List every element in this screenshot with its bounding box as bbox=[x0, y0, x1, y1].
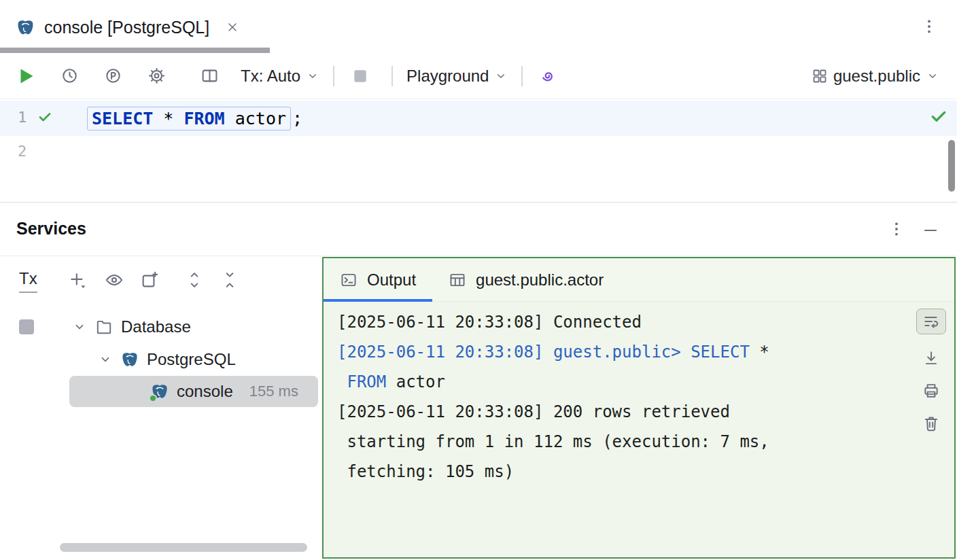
eye-icon bbox=[105, 270, 124, 290]
stop-icon bbox=[351, 67, 369, 85]
duplicate-plus-icon bbox=[140, 270, 159, 290]
output-log-line: [2025-06-11 20:33:08] Connected bbox=[337, 307, 909, 337]
tx-mode-dropdown[interactable]: Tx: Auto bbox=[241, 67, 319, 86]
play-icon bbox=[16, 66, 36, 86]
plus-icon bbox=[68, 270, 87, 290]
run-button[interactable] bbox=[14, 64, 38, 88]
history-button[interactable] bbox=[57, 64, 82, 88]
execution-success-icon bbox=[928, 106, 949, 126]
schema-label: guest.public bbox=[833, 67, 920, 86]
services-title: Services bbox=[16, 219, 86, 239]
folder-icon bbox=[95, 318, 113, 336]
tree-item-label: PostgreSQL bbox=[147, 350, 236, 369]
tab-result-grid[interactable]: guest.public.actor bbox=[432, 258, 620, 301]
collapse-all-icon bbox=[221, 271, 239, 289]
scroll-to-end-button[interactable] bbox=[922, 349, 940, 367]
editor-tab-bar: console [PostgreSQL] bbox=[0, 0, 957, 53]
sql-editor[interactable]: 1 2 SELECT * FROM actor; bbox=[0, 99, 957, 202]
toolbar-separator bbox=[521, 66, 523, 86]
console-selector-dropdown[interactable]: Playground bbox=[406, 67, 508, 86]
services-tree-panel: Tx bbox=[0, 257, 322, 560]
tree-horizontal-scrollbar[interactable] bbox=[60, 543, 307, 552]
gear-icon bbox=[147, 67, 166, 85]
services-options-kebab-icon[interactable] bbox=[888, 220, 905, 238]
minimize-icon[interactable] bbox=[922, 222, 939, 239]
expand-all-icon bbox=[186, 271, 203, 289]
console-output-log: [2025-06-11 20:33:08] Connected[2025-06-… bbox=[337, 307, 909, 553]
console-selector-label: Playground bbox=[406, 67, 489, 86]
tree-row-database[interactable]: Database bbox=[0, 311, 318, 343]
tree-item-label: console bbox=[177, 382, 233, 401]
output-log-line: starting from 1 in 112 ms (execution: 7 … bbox=[337, 427, 909, 457]
toolbar-separator bbox=[333, 66, 334, 86]
expand-all-button[interactable] bbox=[182, 268, 207, 292]
soft-wrap-button[interactable] bbox=[916, 309, 946, 334]
output-log-line: [2025-06-11 20:33:08] guest.public> SELE… bbox=[337, 337, 909, 367]
chevron-down-icon bbox=[306, 69, 319, 83]
duration-badge: 155 ms bbox=[249, 383, 298, 400]
session-button[interactable] bbox=[536, 64, 561, 88]
connected-dot bbox=[149, 394, 157, 402]
line-number: 2 bbox=[18, 143, 27, 160]
tab-label: Output bbox=[367, 270, 416, 290]
output-side-toolbar bbox=[914, 309, 949, 432]
schema-icon bbox=[812, 68, 828, 84]
executed-statement-box: SELECT * FROM actor bbox=[87, 107, 291, 130]
line-number: 1 bbox=[18, 109, 27, 126]
clear-output-button[interactable] bbox=[922, 415, 940, 432]
postgresql-icon bbox=[16, 18, 35, 37]
layout-icon bbox=[201, 67, 219, 85]
editor-code-line[interactable]: SELECT * FROM actor; bbox=[87, 101, 302, 136]
editor-tab-console[interactable]: console [PostgreSQL] bbox=[16, 14, 239, 41]
output-tab-bar: Output guest.public.actor bbox=[324, 258, 954, 302]
toolbar-separator bbox=[392, 66, 393, 86]
kebab-menu-icon[interactable] bbox=[920, 18, 938, 35]
console-toolbar: Tx: Auto Playground guest.public bbox=[0, 53, 957, 99]
close-icon[interactable] bbox=[226, 20, 239, 34]
statement-success-icon bbox=[37, 109, 53, 125]
tab-bar-scrollbar[interactable] bbox=[0, 48, 270, 53]
new-console-button[interactable] bbox=[137, 268, 162, 292]
preview-button[interactable] bbox=[102, 268, 126, 292]
trash-icon bbox=[922, 415, 940, 432]
output-log-line: fetching: 105 ms) bbox=[337, 457, 909, 487]
code-text: ; bbox=[292, 109, 302, 128]
session-spiral-icon bbox=[539, 67, 558, 86]
tab-output[interactable]: Output bbox=[324, 258, 432, 301]
editor-scrollbar[interactable] bbox=[948, 140, 955, 192]
settings-button[interactable] bbox=[144, 64, 169, 88]
scroll-to-end-icon bbox=[922, 349, 940, 367]
chevron-down-icon bbox=[494, 69, 508, 83]
console-icon bbox=[151, 383, 169, 400]
tree-item-label: Database bbox=[121, 317, 191, 336]
output-panel: Output guest.public.actor [2025-06-11 20… bbox=[322, 257, 956, 559]
postgresql-icon bbox=[121, 351, 139, 368]
output-log-line: FROM actor bbox=[337, 367, 909, 397]
add-button[interactable] bbox=[65, 268, 90, 292]
chevron-down-icon bbox=[72, 319, 87, 334]
tree-row-console[interactable]: console 155 ms bbox=[69, 376, 318, 407]
stop-button[interactable] bbox=[348, 64, 372, 88]
tx-mode-label: Tx: Auto bbox=[241, 67, 300, 86]
parameters-button[interactable] bbox=[101, 64, 125, 88]
print-button[interactable] bbox=[922, 382, 940, 400]
tree-row-postgresql[interactable]: PostgreSQL bbox=[0, 343, 318, 376]
tx-filter-toggle[interactable]: Tx bbox=[19, 269, 37, 293]
table-icon bbox=[449, 271, 466, 289]
chevron-down-icon bbox=[926, 69, 939, 83]
output-log-line: [2025-06-11 20:33:08] 200 rows retrieved bbox=[337, 397, 909, 427]
schema-selector[interactable]: guest.public bbox=[812, 67, 939, 86]
printer-icon bbox=[922, 382, 940, 400]
p-circle-icon bbox=[104, 67, 122, 85]
clock-icon bbox=[60, 67, 79, 85]
collapse-all-button[interactable] bbox=[218, 268, 242, 292]
chevron-down-icon bbox=[98, 352, 113, 367]
services-panel-header: Services bbox=[0, 202, 957, 256]
in-editor-results-button[interactable] bbox=[197, 64, 222, 88]
soft-wrap-icon bbox=[922, 313, 940, 330]
tab-label: guest.public.actor bbox=[476, 270, 604, 290]
terminal-icon bbox=[340, 271, 358, 289]
application-window: console [PostgreSQL] bbox=[0, 0, 957, 560]
services-toolbar: Tx bbox=[0, 262, 322, 299]
editor-tab-title: console [PostgreSQL] bbox=[44, 18, 209, 37]
